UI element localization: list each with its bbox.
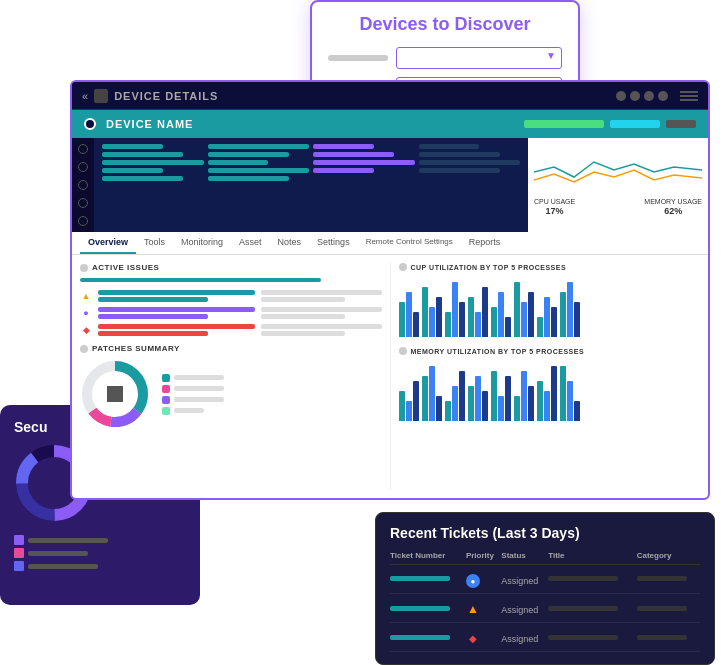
bar-3-2: [452, 282, 458, 337]
legend-bar-4: [174, 408, 204, 413]
security-bar-3: [28, 564, 98, 569]
table-row: ▲ Assigned: [390, 594, 700, 623]
mem-bar-1-3: [413, 381, 419, 421]
bar-6-2: [521, 302, 527, 337]
memory-usage-label: MEMORY USAGE 62%: [644, 198, 702, 216]
issue-bars-2: [98, 307, 255, 319]
metric-bar-gray: [666, 120, 696, 128]
info-bar-4-4: [419, 168, 500, 173]
priority-icon-blue: ●: [466, 574, 480, 588]
mem-bar-2-3: [436, 396, 442, 421]
bar-group-2: [422, 287, 442, 337]
tab-tools[interactable]: Tools: [136, 232, 173, 254]
menu-icon[interactable]: [680, 91, 698, 101]
tab-overview[interactable]: Overview: [80, 232, 136, 254]
mem-bar-5-1: [491, 371, 497, 421]
tickets-header-row: Ticket Number Priority Status Title Cate…: [390, 551, 700, 565]
svg-rect-4: [107, 386, 123, 402]
title-cell-2: [548, 594, 637, 623]
tab-remote-control[interactable]: Remote Control Settings: [358, 232, 461, 254]
memory-utilization-title: MEMORY UTILIZATION BY TOP 5 PROCESSES: [399, 347, 701, 355]
bar-group-4: [468, 287, 488, 337]
security-dot-1: [14, 535, 24, 545]
devices-field-1: [328, 47, 562, 69]
info-col-4: [419, 144, 521, 226]
priority-symbol-3: ◆: [469, 633, 477, 644]
device-details-window: « DEVICE DETAILS DEVICE NAME: [70, 80, 710, 500]
device-header: DEVICE NAME: [72, 110, 708, 138]
dot-3[interactable]: [644, 91, 654, 101]
category-bar-1: [637, 576, 687, 581]
memory-usage-text: MEMORY USAGE: [644, 198, 702, 205]
priority-icon-red: ◆: [466, 632, 480, 646]
window-title: DEVICE DETAILS: [114, 90, 610, 102]
memory-bar-chart: [399, 361, 701, 421]
tab-asset[interactable]: Asset: [231, 232, 270, 254]
mem-bar-7-1: [537, 381, 543, 421]
cpu-dot: [399, 263, 407, 271]
legend-dot-green: [162, 407, 170, 415]
content-right: CUP UTILIZATION BY TOP 5 PROCESSES: [391, 263, 701, 490]
issue-bar-3-2: [98, 331, 208, 336]
category-cell-3: [637, 623, 700, 652]
info-bar-1-4: [102, 168, 163, 173]
active-issues-bar: [80, 278, 321, 282]
category-bar-2: [637, 606, 687, 611]
bar-group-1: [399, 292, 419, 337]
chart-svg: [534, 142, 702, 192]
tab-settings[interactable]: Settings: [309, 232, 358, 254]
mem-bar-8-2: [567, 381, 573, 421]
devices-input-1[interactable]: [396, 47, 562, 69]
mem-bar-1-1: [399, 391, 405, 421]
bar-7-1: [537, 317, 543, 337]
legend-item-1: [162, 374, 224, 382]
bar-1-2: [406, 292, 412, 337]
bar-7-2: [544, 297, 550, 337]
bar-5-2: [498, 292, 504, 337]
legend-item-3: [162, 396, 224, 404]
bar-3-3: [459, 302, 465, 337]
category-cell-1: [637, 564, 700, 594]
tab-notes[interactable]: Notes: [270, 232, 310, 254]
mem-bar-group-7: [537, 366, 557, 421]
device-sidebar: [72, 138, 94, 232]
title-bar-3: [548, 635, 618, 640]
table-row: ◆ Assigned: [390, 623, 700, 652]
dot-1[interactable]: [616, 91, 626, 101]
security-bar-2: [28, 551, 88, 556]
mem-bar-4-2: [475, 376, 481, 421]
cpu-bar-chart: [399, 277, 701, 337]
dot-2[interactable]: [630, 91, 640, 101]
issue-row-3: ◆: [80, 324, 382, 336]
collapse-icon[interactable]: «: [82, 90, 88, 102]
bar-4-2: [475, 312, 481, 337]
mem-bar-group-2: [422, 366, 442, 421]
priority-symbol-2: ▲: [467, 602, 479, 616]
content-left: ACTIVE ISSUES ▲ ●: [80, 263, 391, 490]
issue-text-bar-6: [261, 331, 345, 336]
title-cell-3: [548, 623, 637, 652]
chart-labels: CPU USAGE 17% MEMORY USAGE 62%: [534, 198, 702, 216]
issue-bars-3: [98, 324, 255, 336]
security-row-3: [14, 561, 186, 571]
bar-6-1: [514, 282, 520, 337]
dot-4[interactable]: [658, 91, 668, 101]
bar-6-3: [528, 292, 534, 337]
monitor-icon: [94, 89, 108, 103]
sidebar-circle-2: [78, 162, 88, 172]
mem-bar-4-3: [482, 391, 488, 421]
tickets-table: Ticket Number Priority Status Title Cate…: [390, 551, 700, 653]
patches-donut: [80, 359, 150, 429]
info-col-2: [208, 144, 310, 226]
mem-bar-group-3: [445, 371, 465, 421]
mini-line-chart: CPU USAGE 17% MEMORY USAGE 62%: [528, 138, 708, 232]
tab-monitoring[interactable]: Monitoring: [173, 232, 231, 254]
title-cell-1: [548, 564, 637, 594]
mem-bar-7-3: [551, 366, 557, 421]
tab-reports[interactable]: Reports: [461, 232, 509, 254]
ticket-number-cell-3: [390, 623, 466, 652]
mem-bar-7-2: [544, 391, 550, 421]
info-bar-2-5: [208, 176, 289, 181]
issue-text-3: [261, 324, 382, 336]
recent-tickets-panel: Recent Tickets (Last 3 Days) Ticket Numb…: [375, 512, 715, 666]
